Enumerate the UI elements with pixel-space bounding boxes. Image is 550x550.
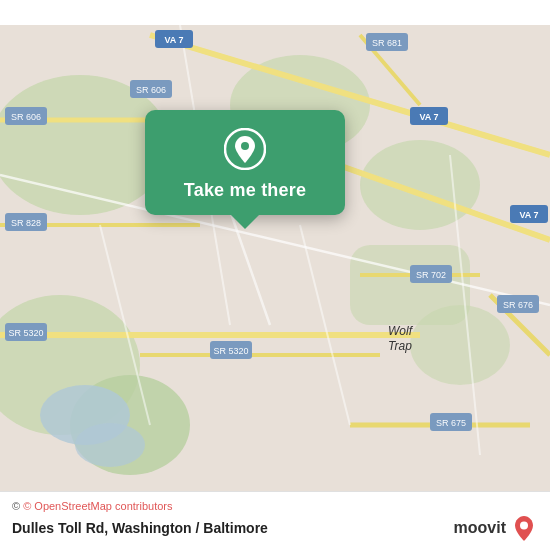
attribution: © © OpenStreetMap contributors: [12, 500, 538, 512]
svg-text:SR 702: SR 702: [416, 270, 446, 280]
svg-text:SR 675: SR 675: [436, 418, 466, 428]
bottom-bar: © © OpenStreetMap contributors Dulles To…: [0, 491, 550, 550]
svg-point-54: [520, 522, 528, 530]
attribution-symbol: ©: [12, 500, 23, 512]
osm-link[interactable]: © OpenStreetMap contributors: [23, 500, 172, 512]
svg-point-5: [360, 140, 480, 230]
svg-text:Trap: Trap: [388, 339, 412, 353]
map-background: VA 7 SR 681 SR 606 SR 606 VA 7 VA 7 SR 8…: [0, 0, 550, 550]
moovit-logo: moovit: [454, 514, 538, 542]
svg-text:SR 606: SR 606: [11, 112, 41, 122]
svg-text:SR 606: SR 606: [136, 85, 166, 95]
svg-text:SR 5320: SR 5320: [213, 346, 248, 356]
svg-rect-7: [350, 245, 470, 325]
svg-text:SR 681: SR 681: [372, 38, 402, 48]
map-container: VA 7 SR 681 SR 606 SR 606 VA 7 VA 7 SR 8…: [0, 0, 550, 550]
popup-card[interactable]: Take me there: [145, 110, 345, 215]
svg-text:VA 7: VA 7: [164, 35, 183, 45]
svg-point-53: [241, 142, 249, 150]
location-text: Dulles Toll Rd, Washington / Baltimore: [12, 520, 268, 536]
svg-text:SR 5320: SR 5320: [8, 328, 43, 338]
popup-label: Take me there: [184, 180, 306, 201]
svg-text:VA 7: VA 7: [419, 112, 438, 122]
location-row: Dulles Toll Rd, Washington / Baltimore m…: [12, 514, 538, 542]
svg-text:VA 7: VA 7: [519, 210, 538, 220]
svg-text:SR 676: SR 676: [503, 300, 533, 310]
location-pin-icon: [224, 128, 266, 170]
moovit-text: moovit: [454, 519, 506, 537]
moovit-pin-icon: [510, 514, 538, 542]
svg-point-9: [75, 423, 145, 467]
svg-text:Wolf: Wolf: [388, 324, 414, 338]
svg-text:SR 828: SR 828: [11, 218, 41, 228]
